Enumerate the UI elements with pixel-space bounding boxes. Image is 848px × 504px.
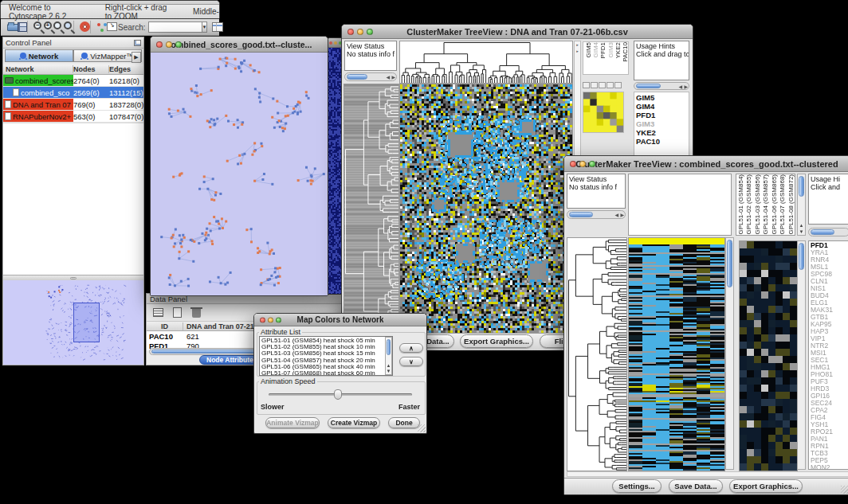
pan-icon[interactable] <box>599 82 606 88</box>
treeview1-correlation-matrix[interactable] <box>583 92 624 133</box>
window-controls[interactable] <box>260 317 281 322</box>
treeview1-column-dendrogram[interactable] <box>399 41 573 84</box>
search-dropdown-icon[interactable]: ▼ <box>202 21 208 33</box>
control-panel-tab[interactable]: Network <box>5 49 73 62</box>
minimize-icon[interactable] <box>166 41 172 48</box>
matrix-row-label[interactable]: GIM5 <box>636 93 687 102</box>
float-panel-icon[interactable] <box>134 40 141 46</box>
delete-attribute-icon[interactable] <box>190 307 204 319</box>
experiment-column-label: GPL51-06 (GSM865) <box>771 174 778 235</box>
treeview1-hints-scrollbar[interactable]: ◀▶ <box>634 82 689 90</box>
export-graphics-button[interactable]: Export Graphics... <box>729 479 803 493</box>
treeview1-heatmap[interactable] <box>399 84 573 334</box>
close-icon[interactable] <box>260 317 265 322</box>
network-row[interactable]: DNA and Tran 07 769(0) 183728(0) <box>3 99 143 111</box>
attribute-list-scrollbar[interactable]: ▲▼ <box>385 337 392 375</box>
vizmapper-icon[interactable] <box>95 20 101 34</box>
control-panel-title: Control Panel <box>6 38 52 47</box>
treeview2-zoom-vscrollbar[interactable] <box>797 240 806 470</box>
birdseye-view[interactable] <box>3 280 143 365</box>
zoom-window-icon[interactable] <box>589 161 595 167</box>
minimize-icon[interactable] <box>579 161 586 167</box>
save-icon[interactable] <box>15 20 22 34</box>
matrix-row-label[interactable]: GIM4 <box>636 102 687 111</box>
experiment-column-label: GPL51-07 (GSM868) <box>779 174 786 235</box>
attribute-browser-icon[interactable] <box>210 20 217 34</box>
network-canvas[interactable] <box>151 53 328 295</box>
window-controls[interactable] <box>347 29 373 35</box>
window-controls[interactable] <box>570 161 595 167</box>
treeview2-row-dendrogram[interactable] <box>567 237 627 471</box>
open-file-icon[interactable] <box>6 20 12 34</box>
close-icon[interactable] <box>156 41 163 48</box>
zoom-window-icon[interactable] <box>276 317 281 322</box>
treeview2-heatmap[interactable] <box>628 237 725 471</box>
network-row[interactable]: combined_scores_ 2764(0) 16218(0) <box>3 75 143 87</box>
close-icon[interactable] <box>329 41 332 45</box>
treeview2-labels-vscrollbar[interactable]: ▲▼ <box>797 174 806 236</box>
reset-view-icon[interactable] <box>614 82 622 88</box>
treeview2-genes-hscrollbar[interactable] <box>808 228 848 236</box>
network-table-header[interactable]: Network Nodes Edges <box>3 64 143 75</box>
zoom-fit-icon[interactable] <box>52 20 58 34</box>
treeview1-row-dendrogram[interactable] <box>344 84 399 334</box>
resize-grip[interactable] <box>841 486 848 494</box>
save-data-button[interactable]: Save Data... <box>669 479 723 493</box>
slider-thumb-icon[interactable] <box>334 389 342 400</box>
move-down-button[interactable]: ∨ <box>399 357 423 366</box>
select-icon[interactable] <box>607 82 614 88</box>
birdseye-viewport-rect[interactable] <box>73 303 100 342</box>
settings-button[interactable]: Settings... <box>612 479 662 493</box>
zoom-window-icon[interactable] <box>367 29 373 35</box>
matrix-row-label[interactable]: PAC10 <box>636 137 687 146</box>
help-icon[interactable] <box>78 20 84 34</box>
treeview2-titlebar[interactable]: ClusterMaker TreeView : combined_scores_… <box>564 156 848 172</box>
minimize-icon[interactable] <box>268 317 273 322</box>
matrix-row-label[interactable]: PFD1 <box>636 111 687 119</box>
zoom-selected-icon[interactable] <box>62 20 69 34</box>
gene-label[interactable]: MON2 <box>811 464 847 470</box>
zoom-in-icon[interactable] <box>583 82 590 88</box>
treeview2-status-scrollbar[interactable]: ◀▶ <box>567 210 626 219</box>
search-input[interactable] <box>148 21 202 33</box>
done-button[interactable]: Done <box>388 417 420 428</box>
animate-vizmap-button[interactable]: Animate Vizmap <box>265 417 320 428</box>
annotation-icon[interactable] <box>105 20 112 34</box>
minimize-icon[interactable] <box>357 29 363 35</box>
resize-grip[interactable] <box>418 424 426 432</box>
move-up-button[interactable]: ∧ <box>399 343 423 353</box>
zoom-out-icon[interactable]: − <box>32 20 38 34</box>
tab-label: VizMapper™ <box>90 52 134 61</box>
treeview2-heatmap-vscrollbar[interactable] <box>725 237 734 470</box>
attribute-listbox[interactable]: GPL51-01 (GSM854) heat shock 05 minGPL51… <box>259 336 393 376</box>
zoom-out-icon[interactable] <box>591 82 598 88</box>
export-graphics-button[interactable]: Export Graphics... <box>460 334 533 348</box>
close-icon[interactable] <box>347 29 354 35</box>
close-icon[interactable] <box>570 161 576 167</box>
treeview2-zoom-heatmap[interactable] <box>739 240 798 471</box>
treeview1-status-scrollbar[interactable]: ◀▶ <box>344 72 397 81</box>
treeview1-titlebar[interactable]: ClusterMaker TreeView : DNA and Tran 07-… <box>342 25 693 39</box>
new-attribute-icon[interactable] <box>171 307 185 319</box>
search-label: Search: <box>118 23 145 32</box>
treeview2-bottom-scrollstrip[interactable] <box>567 471 848 477</box>
minimize-icon[interactable] <box>334 41 337 45</box>
zoom-window-icon[interactable] <box>175 41 182 48</box>
dialog-titlebar[interactable]: Map Colors to Network <box>254 314 426 326</box>
matrix-row-label[interactable]: GIM3 <box>636 119 687 128</box>
zoom-in-icon[interactable]: + <box>42 20 49 34</box>
network-view-titlebar[interactable]: combined_scores_good.txt--cluste... <box>151 37 328 53</box>
matrix-column-label: GIM4 <box>592 42 599 58</box>
treeview1-mini-toolbar[interactable] <box>583 77 629 85</box>
window-controls[interactable] <box>156 41 182 48</box>
network-row[interactable]: RNAPuberNov2+ 563(0) 107847(0) <box>3 111 143 123</box>
matrix-row-label[interactable]: YKE2 <box>636 128 687 137</box>
tab-overflow-button[interactable]: ▶ <box>132 52 141 63</box>
network-row[interactable]: combined_sco 2569(6) 13112(15) <box>3 87 143 99</box>
attribute-item[interactable]: GPL51-07 (GSM868) heat shock 60 min <box>261 370 391 376</box>
control-panel-tabs: Network VizMapper™ <box>3 49 143 63</box>
panel-splitter[interactable] <box>3 275 143 280</box>
create-vizmap-button[interactable]: Create Vizmap <box>328 417 380 428</box>
attribute-select-icon[interactable] <box>151 307 166 319</box>
desktop: { "palettes": { "network_bg": "#c9c9f2",… <box>0 0 848 504</box>
